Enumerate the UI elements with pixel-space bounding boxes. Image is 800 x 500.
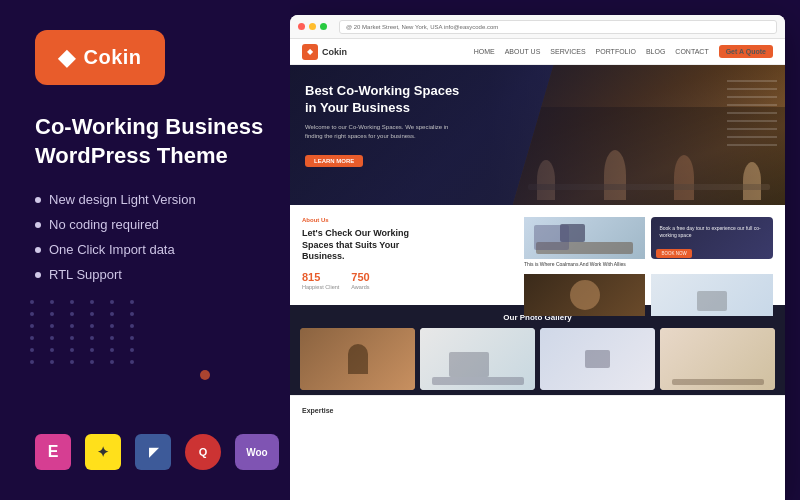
site-logo: ◆ Cokin — [302, 44, 347, 60]
expertise-label: Expertise — [302, 407, 334, 414]
content-card-4 — [651, 274, 773, 316]
hero-content: Best Co-Working Spacesin Your Business W… — [305, 83, 465, 167]
about-left: About Us Let's Check Our WorkingSpaces t… — [302, 217, 514, 293]
gallery-img-2 — [420, 328, 535, 390]
browser-minimize[interactable] — [309, 23, 316, 30]
gallery-grid — [300, 328, 775, 390]
stat-awards-label: Awards — [351, 284, 369, 290]
features-list: New design Light Version No coding requi… — [35, 192, 265, 292]
address-bar[interactable]: @ 20 Market Street, New York, USA info@e… — [339, 20, 777, 34]
gallery-img-1 — [300, 328, 415, 390]
content-card-3 — [524, 274, 646, 316]
content-card-1: This is Where Coalmans And Work With All… — [524, 217, 646, 268]
about-label: About Us — [302, 217, 514, 223]
stat-awards: 750 Awards — [351, 271, 369, 290]
logo-icon: ◆ — [58, 45, 75, 71]
nav-contact[interactable]: CONTACT — [675, 48, 708, 55]
hero-deco-lines — [727, 73, 777, 157]
stat-clients: 815 Happiest Client — [302, 271, 339, 290]
plugin-icons: E ✦ ◤ Q Woo — [35, 434, 279, 470]
gallery-section: Our Photo Gallery — [290, 305, 785, 395]
hero-background: Best Co-Working Spacesin Your Business W… — [290, 65, 785, 205]
expertise-strip: Expertise — [290, 395, 785, 425]
circle-decoration — [200, 370, 210, 380]
right-panel: @ 20 Market Street, New York, USA info@e… — [290, 0, 800, 500]
list-item: One Click Import data — [35, 242, 265, 257]
meeting-image — [524, 274, 646, 316]
book-text: Book a free day tour to experience our f… — [656, 222, 768, 241]
list-item: No coding required — [35, 217, 265, 232]
get-quote-button[interactable]: Get A Quote — [719, 45, 773, 58]
hero-title: Best Co-Working Spacesin Your Business — [305, 83, 465, 117]
nav-portfolio[interactable]: PORTFOLIO — [596, 48, 636, 55]
gallery-img-3 — [540, 328, 655, 390]
list-item: New design Light Version — [35, 192, 265, 207]
stats-row: 815 Happiest Client 750 Awards — [302, 271, 514, 290]
list-item: RTL Support — [35, 267, 265, 282]
nav-about[interactable]: ABOUT US — [505, 48, 541, 55]
dot-decoration — [30, 300, 150, 420]
browser-nav: @ 20 Market Street, New York, USA info@e… — [290, 15, 785, 39]
office-space-image — [524, 217, 646, 259]
site-nav: HOME ABOUT US SERVICES PORTFOLIO BLOG CO… — [474, 45, 773, 58]
hero-subtitle: Welcome to our Co-Working Spaces. We spe… — [305, 123, 465, 141]
content-card-2: Book a free day tour to experience our f… — [651, 217, 773, 268]
about-section: About Us Let's Check Our WorkingSpaces t… — [290, 205, 785, 305]
card-text-1: This is Where Coalmans And Work With All… — [524, 261, 646, 268]
site-header: ◆ Cokin HOME ABOUT US SERVICES PORTFOLIO… — [290, 39, 785, 65]
learn-more-button[interactable]: LEARN MORE — [305, 155, 363, 167]
left-panel: ◆ Cokin Co-Working BusinessWordPress The… — [0, 0, 300, 500]
hero-section: Best Co-Working Spacesin Your Business W… — [290, 65, 785, 205]
nav-blog[interactable]: BLOG — [646, 48, 665, 55]
about-heading: Let's Check Our WorkingSpaces that Suits… — [302, 228, 514, 263]
nav-home[interactable]: HOME — [474, 48, 495, 55]
about-right: This is Where Coalmans And Work With All… — [524, 217, 773, 293]
site-logo-box: ◆ — [302, 44, 318, 60]
gallery-img-4 — [660, 328, 775, 390]
browser-maximize[interactable] — [320, 23, 327, 30]
stat-awards-num: 750 — [351, 271, 369, 283]
mailchimp-icon: ✦ — [85, 434, 121, 470]
nav-services[interactable]: SERVICES — [550, 48, 585, 55]
elementor-icon: E — [35, 434, 71, 470]
stat-clients-label: Happiest Client — [302, 284, 339, 290]
woocommerce-icon: Woo — [235, 434, 279, 470]
laptop-image — [651, 274, 773, 316]
stat-clients-num: 815 — [302, 271, 339, 283]
browser-close[interactable] — [298, 23, 305, 30]
logo-box[interactable]: ◆ Cokin — [35, 30, 165, 85]
query-monitor-icon: Q — [185, 434, 221, 470]
browser-mockup: @ 20 Market Street, New York, USA info@e… — [290, 15, 785, 500]
vue-icon: ◤ — [135, 434, 171, 470]
book-button[interactable]: BOOK NOW — [656, 249, 691, 258]
booking-card: Book a free day tour to experience our f… — [651, 217, 773, 259]
logo-text: Cokin — [83, 46, 141, 69]
site-logo-text: Cokin — [322, 47, 347, 57]
theme-title: Co-Working BusinessWordPress Theme — [35, 113, 265, 170]
